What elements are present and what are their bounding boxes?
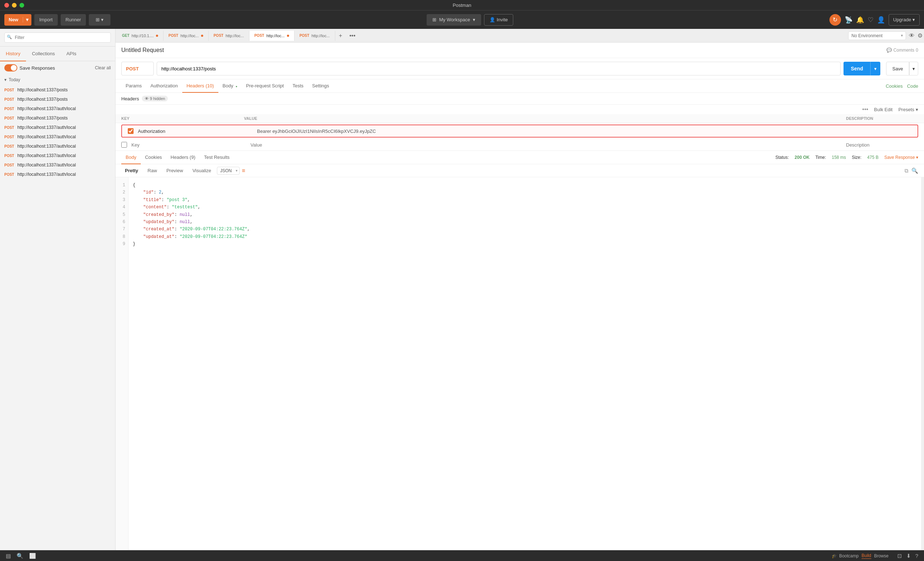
tab-authorization[interactable]: Authorization	[146, 80, 182, 93]
tab-headers[interactable]: Headers (10)	[182, 80, 218, 93]
copy-icon[interactable]: ⧉	[904, 168, 909, 174]
method-select[interactable]: POST GET PUT DELETE PATCH	[121, 62, 154, 75]
bootcamp-button[interactable]: 🎓 Bootcamp	[832, 554, 859, 558]
bulk-edit-button[interactable]: Bulk Edit	[874, 107, 892, 112]
resp-tab-body[interactable]: Body	[121, 151, 141, 164]
help-icon[interactable]: ?	[915, 553, 918, 559]
json-format-select[interactable]: JSON XML HTML Text	[217, 167, 240, 175]
tab-settings[interactable]: Settings	[308, 80, 333, 93]
new-value-cell[interactable]	[250, 142, 846, 148]
resp-tab-test-results[interactable]: Test Results	[200, 151, 234, 164]
search-response-icon[interactable]: 🔍	[911, 168, 918, 174]
clear-all-button[interactable]: Clear all	[95, 65, 111, 70]
list-item[interactable]: POST http://localhost:1337/posts	[0, 94, 115, 104]
upgrade-button[interactable]: Upgrade ▾	[889, 14, 920, 26]
save-response-button[interactable]: Save Response ▾	[884, 155, 918, 160]
request-tab-0[interactable]: GET http://10.1....	[117, 31, 164, 41]
new-button-caret[interactable]: ▾	[23, 17, 32, 22]
sidebar-tab-apis[interactable]: APIs	[61, 46, 82, 62]
new-button[interactable]: New ▾	[4, 14, 32, 26]
list-item[interactable]: POST http://localhost:1337/auth/local	[0, 132, 115, 141]
list-item[interactable]: POST http://localhost:1337/posts	[0, 85, 115, 94]
build-button[interactable]: Build	[861, 553, 871, 559]
more-options-icon[interactable]: •••	[862, 106, 868, 112]
more-tabs-button[interactable]: •••	[346, 33, 359, 39]
auth-value-cell[interactable]: Bearer eyJhbGciOiJIUzI1NiIsInR5cCI6IkpXV…	[257, 129, 840, 134]
filter-input[interactable]	[4, 33, 111, 43]
minimize-dot[interactable]	[12, 3, 16, 8]
maximize-dot[interactable]	[20, 3, 24, 8]
new-value-input[interactable]	[250, 142, 846, 148]
layout2-icon[interactable]: ⊡	[897, 553, 902, 559]
list-item[interactable]: POST http://localhost:1337/auth/local	[0, 123, 115, 132]
auth-row-checkbox[interactable]	[128, 128, 134, 134]
preview-button[interactable]: Preview	[163, 166, 187, 175]
list-item[interactable]: POST http://localhost:1337/posts	[0, 113, 115, 123]
sidebar-tab-collections[interactable]: Collections	[26, 46, 61, 62]
auth-key-cell[interactable]: Authorization	[138, 129, 257, 134]
workspace-button[interactable]: ⊞ My Workspace ▾	[427, 14, 482, 26]
new-key-cell[interactable]	[131, 142, 250, 148]
request-tab-2[interactable]: POST http://loc...	[208, 31, 249, 41]
flow-button[interactable]: ⊞ ▾	[89, 14, 111, 26]
send-button[interactable]: Send	[843, 62, 870, 75]
save-responses-toggle[interactable]	[4, 64, 17, 72]
request-tab-1[interactable]: POST http://loc...	[164, 31, 208, 41]
browse-button[interactable]: Browse	[874, 554, 889, 558]
code-link[interactable]: Code	[907, 83, 918, 89]
satellite-icon[interactable]: 📡	[844, 16, 852, 24]
console-icon[interactable]: ⬜	[29, 553, 36, 559]
new-desc-input[interactable]	[846, 142, 918, 148]
new-tab-button[interactable]: +	[335, 33, 346, 39]
method-badge: POST	[4, 116, 14, 120]
wrap-icon[interactable]: ≡	[242, 168, 245, 174]
layout-icon[interactable]: ▤	[6, 553, 11, 559]
response-scrollbar[interactable]	[921, 177, 924, 550]
tab-body[interactable]: Body ●	[218, 80, 242, 93]
topnav: New ▾ Import Runner ⊞ ▾ ⊞ My Workspace ▾…	[0, 10, 924, 29]
save-caret-button[interactable]: ▾	[909, 62, 918, 75]
tab-params[interactable]: Params	[121, 80, 146, 93]
resp-tab-headers[interactable]: Headers (9)	[166, 151, 200, 164]
list-item[interactable]: POST http://localhost:1337/auth/local	[0, 141, 115, 151]
sync-icon[interactable]: ↻	[830, 14, 841, 26]
new-row-checkbox[interactable]	[121, 142, 127, 148]
settings-icon[interactable]: ⚙	[918, 32, 922, 39]
comments-button[interactable]: 💬 Comments 0	[886, 48, 918, 53]
request-tab-3[interactable]: POST http://loc...	[249, 31, 294, 41]
list-item[interactable]: POST http://localhost:1337/auth/local	[0, 151, 115, 160]
hidden-headers-badge[interactable]: 👁 9 hidden	[142, 96, 168, 102]
save-button[interactable]: Save	[886, 62, 909, 75]
list-item[interactable]: POST http://localhost:1337/auth/local	[0, 104, 115, 113]
search-icon[interactable]: 🔍	[16, 553, 24, 559]
visualize-button[interactable]: Visualize	[189, 166, 215, 175]
tab-tests[interactable]: Tests	[288, 80, 308, 93]
heart-icon[interactable]: ♡	[868, 16, 873, 24]
url-input[interactable]	[157, 62, 841, 75]
download-icon[interactable]: ⬇	[906, 553, 911, 559]
cookies-link[interactable]: Cookies	[886, 83, 903, 89]
send-caret-button[interactable]: ▾	[870, 62, 880, 75]
runner-button[interactable]: Runner	[61, 14, 86, 26]
close-dot[interactable]	[4, 3, 9, 8]
resp-tab-cookies[interactable]: Cookies	[141, 151, 166, 164]
eye-icon[interactable]: 👁	[909, 33, 915, 39]
new-key-input[interactable]	[131, 142, 250, 148]
invite-button[interactable]: 👤 Invite	[484, 14, 513, 26]
presets-button[interactable]: Presets ▾	[898, 107, 918, 112]
pretty-button[interactable]: Pretty	[121, 166, 142, 175]
sidebar-group-today[interactable]: ▾ Today	[0, 74, 115, 85]
env-select[interactable]: No Environment	[848, 32, 906, 40]
import-button[interactable]: Import	[34, 14, 58, 26]
main-layout: History Collections APIs Save Responses …	[0, 29, 924, 550]
tab-pre-request[interactable]: Pre-request Script	[242, 80, 288, 93]
sidebar-tab-history[interactable]: History	[0, 46, 26, 62]
raw-button[interactable]: Raw	[144, 166, 160, 175]
user-icon[interactable]: 👤	[877, 16, 885, 24]
new-button-label[interactable]: New	[4, 17, 23, 22]
list-item[interactable]: POST http://localhost:1337/auth/local	[0, 160, 115, 170]
list-item[interactable]: POST http://localhost:1337/auth/local	[0, 170, 115, 179]
bell-icon[interactable]: 🔔	[856, 16, 864, 24]
request-tab-4[interactable]: POST http://loc...	[294, 31, 335, 41]
new-desc-cell[interactable]	[846, 142, 918, 148]
